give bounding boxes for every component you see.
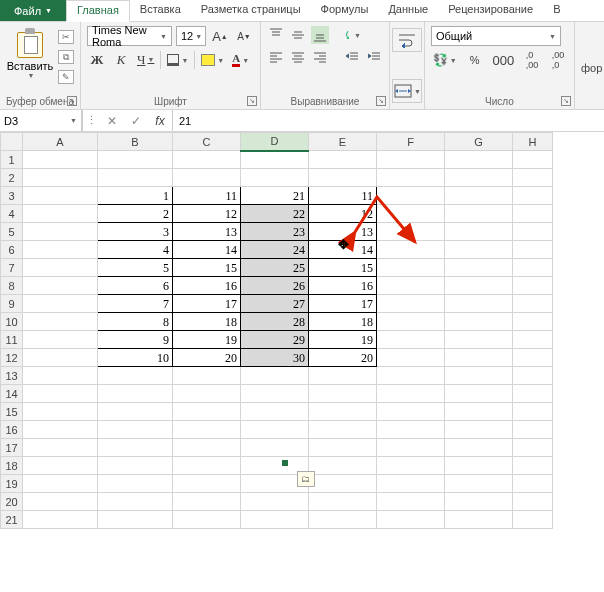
cell-H10[interactable] bbox=[513, 313, 553, 331]
cell-G16[interactable] bbox=[445, 421, 513, 439]
cell-A15[interactable] bbox=[23, 403, 98, 421]
cell-A9[interactable] bbox=[23, 295, 98, 313]
increase-font-button[interactable]: A▲ bbox=[210, 26, 230, 46]
cell-H14[interactable] bbox=[513, 385, 553, 403]
paste-button[interactable]: Вставить ▼ bbox=[6, 26, 54, 84]
cell-H21[interactable] bbox=[513, 511, 553, 529]
cell-E18[interactable] bbox=[309, 457, 377, 475]
cell-G2[interactable] bbox=[445, 169, 513, 187]
cell-A1[interactable] bbox=[23, 151, 98, 169]
row-header-2[interactable]: 2 bbox=[1, 169, 23, 187]
cell-D10[interactable]: 28 bbox=[241, 313, 309, 331]
cell-A5[interactable] bbox=[23, 223, 98, 241]
cell-E11[interactable]: 19 bbox=[309, 331, 377, 349]
cell-G6[interactable] bbox=[445, 241, 513, 259]
row-header-18[interactable]: 18 bbox=[1, 457, 23, 475]
cell-B4[interactable]: 2 bbox=[98, 205, 173, 223]
paste-options-button[interactable]: 🗂 bbox=[297, 471, 315, 487]
column-header-B[interactable]: B bbox=[98, 133, 173, 151]
cell-D13[interactable] bbox=[241, 367, 309, 385]
cell-B16[interactable] bbox=[98, 421, 173, 439]
cell-B13[interactable] bbox=[98, 367, 173, 385]
cell-A14[interactable] bbox=[23, 385, 98, 403]
cell-F17[interactable] bbox=[377, 439, 445, 457]
cell-G21[interactable] bbox=[445, 511, 513, 529]
cell-D15[interactable] bbox=[241, 403, 309, 421]
cell-F21[interactable] bbox=[377, 511, 445, 529]
align-middle-button[interactable] bbox=[289, 26, 307, 44]
cell-H13[interactable] bbox=[513, 367, 553, 385]
row-header-9[interactable]: 9 bbox=[1, 295, 23, 313]
cell-C3[interactable]: 11 bbox=[173, 187, 241, 205]
cell-A20[interactable] bbox=[23, 493, 98, 511]
number-format-select[interactable]: Общий ▼ bbox=[431, 26, 561, 46]
cell-F4[interactable] bbox=[377, 205, 445, 223]
cell-D14[interactable] bbox=[241, 385, 309, 403]
cell-A12[interactable] bbox=[23, 349, 98, 367]
align-top-button[interactable] bbox=[267, 26, 285, 44]
cell-F12[interactable] bbox=[377, 349, 445, 367]
cell-F2[interactable] bbox=[377, 169, 445, 187]
cell-B1[interactable] bbox=[98, 151, 173, 169]
column-header-D[interactable]: D bbox=[241, 133, 309, 151]
dialog-launcher-icon[interactable]: ↘ bbox=[247, 96, 257, 106]
cell-E14[interactable] bbox=[309, 385, 377, 403]
cell-D2[interactable] bbox=[241, 169, 309, 187]
cell-E12[interactable]: 20 bbox=[309, 349, 377, 367]
cell-B19[interactable] bbox=[98, 475, 173, 493]
cell-E9[interactable]: 17 bbox=[309, 295, 377, 313]
cell-G12[interactable] bbox=[445, 349, 513, 367]
cell-A11[interactable] bbox=[23, 331, 98, 349]
border-button[interactable]: ▼ bbox=[165, 50, 190, 70]
cell-H1[interactable] bbox=[513, 151, 553, 169]
cell-F19[interactable] bbox=[377, 475, 445, 493]
cell-B20[interactable] bbox=[98, 493, 173, 511]
underline-button[interactable]: Ч▼ bbox=[135, 50, 156, 70]
row-header-21[interactable]: 21 bbox=[1, 511, 23, 529]
cell-E16[interactable] bbox=[309, 421, 377, 439]
tab-формулы[interactable]: Формулы bbox=[311, 0, 379, 21]
cell-B7[interactable]: 5 bbox=[98, 259, 173, 277]
cell-F14[interactable] bbox=[377, 385, 445, 403]
cell-E20[interactable] bbox=[309, 493, 377, 511]
cell-F15[interactable] bbox=[377, 403, 445, 421]
cell-C13[interactable] bbox=[173, 367, 241, 385]
cell-C17[interactable] bbox=[173, 439, 241, 457]
file-tab[interactable]: Файл ▼ bbox=[0, 0, 66, 21]
cell-E4[interactable]: 12 bbox=[309, 205, 377, 223]
cell-G17[interactable] bbox=[445, 439, 513, 457]
cell-D3[interactable]: 21 bbox=[241, 187, 309, 205]
column-header-C[interactable]: C bbox=[173, 133, 241, 151]
column-header-E[interactable]: E bbox=[309, 133, 377, 151]
cell-G5[interactable] bbox=[445, 223, 513, 241]
cell-H18[interactable] bbox=[513, 457, 553, 475]
cell-C9[interactable]: 17 bbox=[173, 295, 241, 313]
cell-D20[interactable] bbox=[241, 493, 309, 511]
cell-G15[interactable] bbox=[445, 403, 513, 421]
cell-C8[interactable]: 16 bbox=[173, 277, 241, 295]
cell-F11[interactable] bbox=[377, 331, 445, 349]
cell-F20[interactable] bbox=[377, 493, 445, 511]
cell-E21[interactable] bbox=[309, 511, 377, 529]
align-left-button[interactable] bbox=[267, 48, 285, 66]
copy-icon[interactable]: ⧉ bbox=[58, 50, 74, 64]
cell-F7[interactable] bbox=[377, 259, 445, 277]
select-all-corner[interactable] bbox=[1, 133, 23, 151]
cell-D21[interactable] bbox=[241, 511, 309, 529]
cell-C10[interactable]: 18 bbox=[173, 313, 241, 331]
row-header-15[interactable]: 15 bbox=[1, 403, 23, 421]
cell-A16[interactable] bbox=[23, 421, 98, 439]
cell-A13[interactable] bbox=[23, 367, 98, 385]
cell-A2[interactable] bbox=[23, 169, 98, 187]
cell-G3[interactable] bbox=[445, 187, 513, 205]
insert-function-button[interactable]: fx bbox=[148, 114, 172, 128]
cell-F16[interactable] bbox=[377, 421, 445, 439]
cell-A21[interactable] bbox=[23, 511, 98, 529]
cell-G7[interactable] bbox=[445, 259, 513, 277]
cell-H17[interactable] bbox=[513, 439, 553, 457]
cell-C12[interactable]: 20 bbox=[173, 349, 241, 367]
cell-C16[interactable] bbox=[173, 421, 241, 439]
percent-button[interactable]: % bbox=[465, 50, 485, 70]
cell-C11[interactable]: 19 bbox=[173, 331, 241, 349]
row-header-12[interactable]: 12 bbox=[1, 349, 23, 367]
